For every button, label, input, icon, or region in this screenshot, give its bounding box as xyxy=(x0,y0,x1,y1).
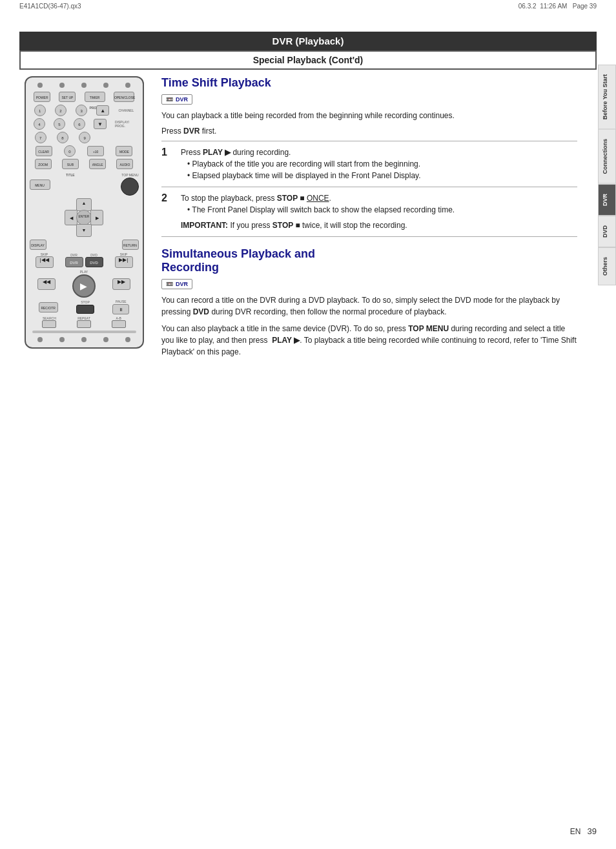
channel-down-button[interactable]: ▼ xyxy=(94,119,107,129)
power-button[interactable]: POWER xyxy=(34,92,50,102)
tab-before-you-start[interactable]: Before You Start xyxy=(598,65,616,129)
remote-separator xyxy=(32,331,136,333)
open-close-button[interactable]: OPEN/CLOSE xyxy=(114,92,134,102)
zoom-button[interactable]: ZOOM xyxy=(35,159,52,169)
tab-connections[interactable]: Connections xyxy=(598,129,616,184)
channel-up-button[interactable]: ▲ xyxy=(96,105,109,116)
num-row-1: 1 2 3 ▲ CHANNEL xyxy=(30,105,139,116)
dot xyxy=(125,337,130,342)
repeat-button[interactable] xyxy=(77,320,91,328)
clear-button[interactable]: CLEAR xyxy=(36,146,52,156)
text-content: Time Shift Playback 📼 DVR You can playba… xyxy=(161,76,590,363)
menu-row: MENU TOP MENU xyxy=(30,173,139,196)
dvr-icon-1: 📼 xyxy=(166,96,173,103)
num-2-button[interactable]: 2 xyxy=(55,105,67,116)
top-menu-label: TOP MENU xyxy=(121,173,139,177)
repeat-label: REPEAT xyxy=(77,316,91,320)
num-1-button[interactable]: 1 xyxy=(34,105,46,116)
dot xyxy=(103,83,108,88)
section2-para2: You can also playback a title in the sam… xyxy=(161,323,577,358)
num-6-button[interactable]: 6 xyxy=(74,118,85,130)
section1-press-instruction: Press DVR first. xyxy=(161,127,577,136)
subtitle-button[interactable]: SUB TITLE xyxy=(62,159,79,169)
remote-bottom-dots xyxy=(30,337,139,342)
step-1-bullet-1: Playback of the title you are recording … xyxy=(187,158,577,170)
angle-button[interactable]: ANGLE xyxy=(89,159,106,169)
setup-button[interactable]: SET UP xyxy=(59,92,76,102)
step-2-main: To stop the playback, press STOP ■ ONCE. xyxy=(181,192,577,204)
dvr-badge-text-2: DVR xyxy=(176,281,188,287)
pause-button[interactable]: ⏸ xyxy=(112,304,129,314)
page-subheader: Special Playback (Cont'd) xyxy=(19,50,597,70)
num-9-button[interactable]: 9 xyxy=(79,132,90,143)
audio-button[interactable]: AUDIO xyxy=(116,159,133,169)
play-label: PLAY xyxy=(72,270,96,274)
step-2-important: IMPORTANT: If you press STOP ■ twice, it… xyxy=(181,220,577,231)
dvr-badge-2: 📼 DVR xyxy=(161,279,192,289)
skip-dvr-dvd-row: SKIP |◀◀ DVR DVR DVD DVD xyxy=(30,252,139,268)
nav-up-button[interactable]: ▲ xyxy=(76,198,92,211)
num-4-button[interactable]: 4 xyxy=(34,118,45,130)
skip-left-button[interactable]: |◀◀ xyxy=(36,256,54,268)
step-2: 2 To stop the playback, press STOP ■ ONC… xyxy=(161,187,577,237)
pause-label: PAUSE xyxy=(112,300,129,303)
step-1-main: Press PLAY ▶ during recording. xyxy=(181,147,577,158)
menu-button[interactable]: MENU xyxy=(30,179,50,190)
dot xyxy=(59,337,65,342)
rec-stop-pause-row: REC/OTR STOP PAUSE ⏸ xyxy=(30,300,139,314)
section-divider xyxy=(161,237,577,247)
display-button[interactable]: DISPLAY xyxy=(30,240,46,250)
num-row-4: CLEAR 0 +10 MODE xyxy=(30,145,139,157)
tab-dvd[interactable]: DVD xyxy=(598,216,616,247)
num-row-3: 7 8 9 xyxy=(30,132,139,143)
dvr-icon-2: 📼 xyxy=(166,281,173,287)
section1-intro: You can playback a title being recorded … xyxy=(161,110,577,121)
section2-title: Simultaneous Playback andRecording xyxy=(161,247,577,274)
nav-down-button[interactable]: ▼ xyxy=(76,224,92,237)
dvr-dvd-buttons: DVR DVR DVD DVD xyxy=(65,253,103,267)
page-footer: EN 39 xyxy=(19,826,597,836)
nav-left-button[interactable]: ◀ xyxy=(65,210,77,225)
plus10-button[interactable]: +10 xyxy=(87,146,104,156)
section1-title: Time Shift Playback xyxy=(161,76,577,90)
search-repeat-ab-row: SEARCH REPEAT A-B xyxy=(32,316,136,328)
mode-button[interactable]: MODE xyxy=(116,146,132,156)
function-buttons-row: ZOOM SUB TITLE ANGLE AUDIO xyxy=(30,159,139,169)
side-navigation: Before You Start Connections DVR DVD Oth… xyxy=(598,65,616,285)
dvr-button[interactable]: DVR xyxy=(65,257,83,267)
fwd-button[interactable]: ▶▶ xyxy=(112,278,130,290)
nav-cross: ▲ ◀ ENTER ▶ ▼ xyxy=(65,198,103,237)
nav-right-button[interactable]: ▶ xyxy=(90,210,103,225)
file-info: E41A1CD(36-47).qx3 06.3.2 11:26 AM Page … xyxy=(0,0,616,12)
num-3-button[interactable]: 3 xyxy=(76,105,87,116)
num-8-button[interactable]: 8 xyxy=(57,132,68,143)
tab-dvr[interactable]: DVR xyxy=(598,184,616,216)
ab-button[interactable] xyxy=(112,320,126,328)
once-text: ONCE xyxy=(307,194,329,203)
num-5-button[interactable]: 5 xyxy=(54,118,65,130)
page-header: DVR (Playback) xyxy=(19,32,597,50)
remote-control: POWER SET UP TIMERPROG. OPEN/CLOSE 1 2 3… xyxy=(25,76,144,349)
skip-right-button[interactable]: ▶▶| xyxy=(115,256,133,268)
dvd-button[interactable]: DVD xyxy=(85,257,103,267)
return-button[interactable]: RETURN xyxy=(122,240,139,250)
top-menu-button[interactable] xyxy=(121,178,139,196)
tab-others[interactable]: Others xyxy=(598,247,616,285)
search-button[interactable] xyxy=(42,320,56,328)
num-0-button[interactable]: 0 xyxy=(64,145,76,157)
file-name: E41A1CD(36-47).qx3 xyxy=(19,3,81,10)
enter-button[interactable]: ENTER xyxy=(76,210,92,225)
rev-button[interactable]: ◀◀ xyxy=(37,278,56,290)
num-7-button[interactable]: 7 xyxy=(35,132,46,143)
play-button-container: PLAY ▶ xyxy=(72,270,96,298)
timer-prog-button[interactable]: TIMERPROG. xyxy=(85,92,105,102)
section2-para1: You can record a title on the DVR during… xyxy=(161,294,577,318)
step-2-bullet-1: The Front Panel Display will switch back… xyxy=(187,204,577,216)
dot xyxy=(125,83,130,88)
rec-otr-button[interactable]: REC/OTR xyxy=(39,302,58,312)
remote-control-area: POWER SET UP TIMERPROG. OPEN/CLOSE 1 2 3… xyxy=(19,76,149,363)
play-button[interactable]: ▶ xyxy=(72,274,96,298)
step-1-content: Press PLAY ▶ during recording. Playback … xyxy=(181,147,577,181)
stop-button[interactable] xyxy=(76,305,94,314)
section1: Time Shift Playback 📼 DVR You can playba… xyxy=(161,76,577,237)
